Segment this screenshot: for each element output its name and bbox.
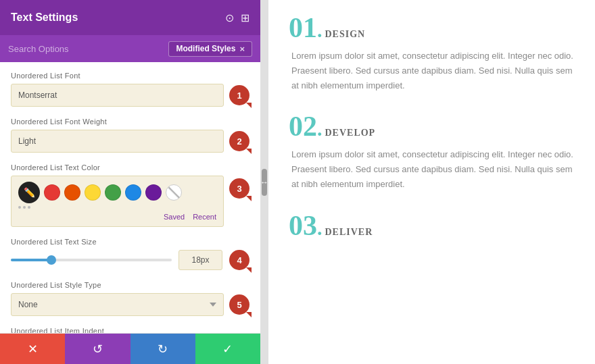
- layout-icon[interactable]: ⊞: [241, 11, 249, 24]
- design-number-2: 03.: [289, 211, 323, 240]
- setting-label-size: Unordered List Text Size: [11, 238, 249, 246]
- modified-styles-label: Modified Styles: [176, 44, 235, 53]
- modified-styles-badge[interactable]: Modified Styles ×: [168, 41, 252, 57]
- divider-handle: ↔: [262, 169, 267, 196]
- font-weight-input[interactable]: [11, 130, 224, 153]
- panel-header-icons: ⊙ ⊞: [225, 11, 249, 24]
- design-title-row-0: 01. Design: [289, 14, 575, 42]
- eyedropper-icon: ✏️: [24, 187, 35, 198]
- color-picker-top: ✏️: [18, 182, 216, 203]
- color-orange[interactable]: [64, 184, 80, 201]
- color-blue[interactable]: [125, 184, 141, 201]
- design-item-2: 03. Deliver: [289, 211, 575, 240]
- setting-unordered-list-style-type: Unordered List Style Type None Disc Circ…: [11, 281, 249, 316]
- panel-toolbar: ✕ ↺ ↻ ✓: [0, 333, 260, 364]
- panel-title: Text Settings: [11, 11, 78, 24]
- panel-content: Unordered List Font 1 Unordered List Fon…: [0, 62, 260, 333]
- step-badge-4: 4: [229, 250, 249, 270]
- reset-button[interactable]: ↺: [65, 334, 130, 364]
- dot-1: [18, 206, 21, 209]
- setting-input-row-color: ✏️: [11, 176, 249, 227]
- setting-label-style-type: Unordered List Style Type: [11, 281, 249, 289]
- saved-tab[interactable]: Saved: [164, 213, 185, 221]
- setting-input-row-weight: 2: [11, 130, 249, 153]
- design-body-1: Lorem ipsum dolor sit amet, consectetur …: [289, 147, 575, 192]
- divider-arrows-icon: ↔: [260, 178, 268, 187]
- setting-unordered-list-item-indent: Unordered List Item Indent 6: [11, 327, 249, 333]
- slider-fill-size: [11, 259, 51, 261]
- recent-tab[interactable]: Recent: [193, 213, 216, 221]
- color-purple[interactable]: [145, 184, 162, 201]
- step-badge-1: 1: [229, 85, 249, 105]
- font-input[interactable]: [11, 84, 224, 107]
- search-bar: Search Options Modified Styles ×: [0, 35, 260, 62]
- color-yellow[interactable]: [85, 184, 101, 201]
- cancel-button[interactable]: ✕: [0, 334, 65, 364]
- step-badge-5: 5: [229, 294, 249, 315]
- design-number-0: 01.: [289, 14, 323, 42]
- setting-label-color: Unordered List Text Color: [11, 163, 249, 172]
- design-title-1: Develop: [325, 128, 376, 138]
- dot-3: [28, 206, 30, 209]
- design-body-0: Lorem ipsum dolor sit amet, consectetur …: [289, 49, 575, 93]
- panel-header: Text Settings ⊙ ⊞: [0, 0, 260, 35]
- save-button[interactable]: ✓: [195, 334, 260, 364]
- setting-label-weight: Unordered List Font Weight: [11, 118, 249, 126]
- design-item-0: 01. Design Lorem ipsum dolor sit amet, c…: [289, 14, 575, 93]
- redo-button[interactable]: ↻: [130, 334, 195, 364]
- color-dots-row: [18, 206, 216, 209]
- design-title-row-2: 03. Deliver: [289, 211, 575, 240]
- setting-label-indent: Unordered List Item Indent: [11, 327, 249, 333]
- slider-thumb-size[interactable]: [47, 255, 56, 265]
- design-title-row-1: 02. Develop: [289, 112, 575, 140]
- setting-input-row-font: 1: [11, 84, 249, 107]
- dot-2: [23, 206, 26, 209]
- step-badge-3: 3: [229, 178, 249, 199]
- setting-unordered-list-text-color: Unordered List Text Color ✏️: [11, 163, 249, 227]
- left-panel: Text Settings ⊙ ⊞ Search Options Modifie…: [0, 0, 260, 364]
- eyedropper-button[interactable]: ✏️: [18, 182, 40, 203]
- step-badge-2: 2: [229, 131, 249, 151]
- size-value-input[interactable]: [178, 250, 222, 270]
- design-item-1: 02. Develop Lorem ipsum dolor sit amet, …: [289, 112, 575, 192]
- color-picker-tabs: Saved Recent: [18, 213, 216, 221]
- right-content: 01. Design Lorem ipsum dolor sit amet, c…: [268, 0, 595, 364]
- setting-label-font: Unordered List Font: [11, 72, 249, 80]
- color-green[interactable]: [105, 184, 121, 201]
- color-circles: [44, 184, 182, 201]
- setting-unordered-list-font: Unordered List Font 1: [11, 72, 249, 107]
- select-wrapper-style-type: None Disc Circle Square 5: [11, 293, 249, 316]
- color-picker-area: ✏️: [11, 176, 224, 227]
- panel-divider[interactable]: ↔: [260, 0, 268, 364]
- setting-unordered-list-text-size: Unordered List Text Size 4: [11, 238, 249, 270]
- setting-unordered-list-font-weight: Unordered List Font Weight 2: [11, 118, 249, 153]
- design-title-0: Design: [325, 29, 366, 40]
- slider-track-size[interactable]: [11, 259, 172, 261]
- color-transparent[interactable]: [166, 184, 182, 201]
- slider-row-size: 4: [11, 250, 249, 270]
- design-title-2: Deliver: [325, 227, 373, 238]
- color-red[interactable]: [44, 184, 60, 201]
- modified-styles-close[interactable]: ×: [239, 44, 245, 54]
- fullscreen-icon[interactable]: ⊙: [225, 11, 234, 24]
- design-number-1: 02.: [289, 112, 323, 140]
- search-placeholder: Search Options: [8, 44, 69, 54]
- style-type-select[interactable]: None Disc Circle Square: [11, 293, 224, 316]
